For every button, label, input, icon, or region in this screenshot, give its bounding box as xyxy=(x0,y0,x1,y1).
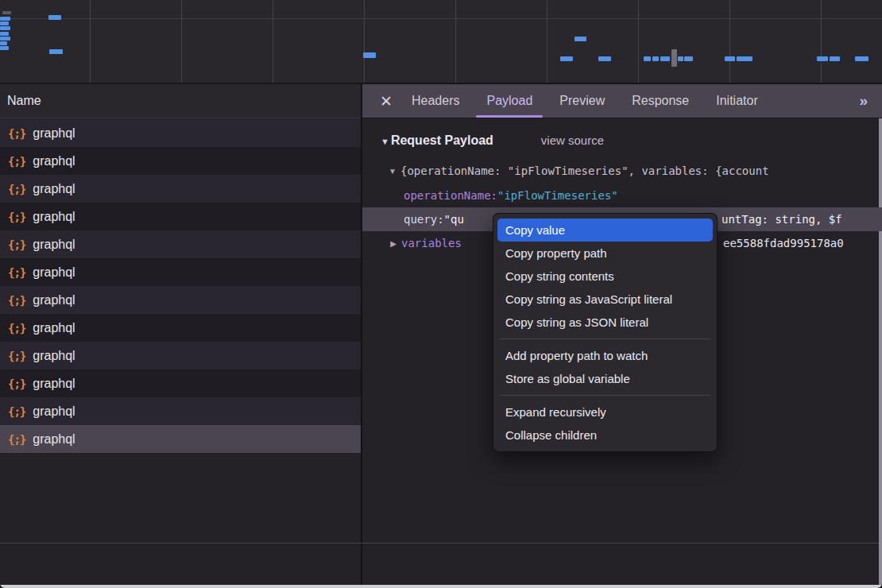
request-name: graphql xyxy=(33,349,75,363)
tab-payload[interactable]: Payload xyxy=(486,84,532,118)
menu-item-copy-string-contents[interactable]: Copy string contents xyxy=(493,265,717,288)
overview-gridline xyxy=(547,0,547,83)
json-file-icon: {;} xyxy=(8,405,25,418)
request-row[interactable]: {;}graphql xyxy=(0,369,361,397)
network-overview-bar xyxy=(49,49,63,54)
json-file-icon: {;} xyxy=(8,377,25,390)
tab-initiator[interactable]: Initiator xyxy=(716,84,757,118)
menu-separator xyxy=(500,338,710,339)
property-key: operationName: xyxy=(404,189,497,202)
request-table-header[interactable]: Name xyxy=(0,84,361,118)
request-row[interactable]: {;}graphql xyxy=(0,147,361,175)
property-key: query: xyxy=(404,213,444,226)
view-source-link[interactable]: view source xyxy=(541,133,604,147)
network-overview-bar xyxy=(0,17,10,21)
json-file-icon: {;} xyxy=(8,183,25,195)
network-overview-bar xyxy=(737,56,752,61)
json-file-icon: {;} xyxy=(8,127,25,140)
network-overview-timeline[interactable] xyxy=(0,0,882,84)
menu-item-copy-property-path[interactable]: Copy property path xyxy=(493,242,717,265)
close-icon[interactable]: ✕ xyxy=(377,92,396,110)
request-name: graphql xyxy=(33,265,75,280)
network-overview-bar xyxy=(598,56,611,61)
network-overview-bar xyxy=(0,26,10,30)
request-row[interactable]: {;}graphql xyxy=(0,258,361,286)
menu-item-collapse-children[interactable]: Collapse children xyxy=(493,424,717,447)
request-name: graphql xyxy=(33,126,75,141)
menu-item-copy-value[interactable]: Copy value xyxy=(497,219,713,242)
network-overview-bar xyxy=(48,15,61,20)
request-row[interactable]: {;}graphql xyxy=(0,314,361,342)
overview-gridline xyxy=(638,0,639,83)
network-overview-bar xyxy=(644,56,651,61)
overview-gridline xyxy=(181,0,182,83)
payload-preview-text: {operationName: "ipFlowTimeseries", vari… xyxy=(400,164,769,177)
section-expanded-icon: ▼ xyxy=(381,137,389,146)
network-overview-bar xyxy=(855,56,868,61)
network-overview-bar xyxy=(671,49,677,67)
property-key: variables xyxy=(401,237,462,250)
request-name: graphql xyxy=(33,404,75,419)
request-name: graphql xyxy=(33,377,75,391)
request-row[interactable]: {;}graphql xyxy=(0,425,361,453)
overview-gridline xyxy=(273,0,273,83)
payload-root-row[interactable]: ▼ {operationName: "ipFlowTimeseries", va… xyxy=(362,159,882,183)
request-row[interactable]: {;}graphql xyxy=(0,175,361,203)
network-overview-bar xyxy=(0,21,9,25)
tab-preview[interactable]: Preview xyxy=(559,84,605,118)
network-overview-bar xyxy=(678,56,683,61)
name-column-header: Name xyxy=(7,94,41,108)
request-name: graphql xyxy=(33,210,75,224)
menu-item-add-property-path-to-watch[interactable]: Add property path to watch xyxy=(493,344,717,367)
tab-headers[interactable]: Headers xyxy=(412,84,459,118)
network-overview-bar xyxy=(684,56,693,61)
window-bottom-edge xyxy=(0,585,882,588)
collapsed-triangle-icon[interactable]: ▶ xyxy=(385,239,401,248)
network-overview-bar xyxy=(0,37,10,41)
request-list: {;}graphql{;}graphql{;}graphql{;}graphql… xyxy=(0,119,361,453)
tab-response[interactable]: Response xyxy=(632,84,689,118)
request-name: graphql xyxy=(33,293,75,308)
json-file-icon: {;} xyxy=(8,211,25,223)
request-row[interactable]: {;}graphql xyxy=(0,397,361,425)
menu-item-copy-string-as-javascript-literal[interactable]: Copy string as JavaScript literal xyxy=(493,288,717,311)
network-overview-bar xyxy=(0,32,9,36)
network-overview-bar xyxy=(660,56,670,61)
json-file-icon: {;} xyxy=(8,294,25,307)
tabs: HeadersPayloadPreviewResponseInitiator xyxy=(412,84,785,118)
request-row[interactable]: {;}graphql xyxy=(0,119,361,147)
network-overview-bar xyxy=(652,56,659,61)
network-overview-bar xyxy=(363,52,376,58)
menu-item-expand-recursively[interactable]: Expand recursively xyxy=(493,400,717,424)
network-overview-bar xyxy=(817,56,828,61)
json-file-icon: {;} xyxy=(8,322,25,335)
overview-horizontal-gridline xyxy=(0,18,882,19)
network-overview-bar xyxy=(830,56,840,61)
devtools-network-panel: Name {;}graphql{;}graphql{;}graphql{;}gr… xyxy=(0,0,882,588)
json-file-icon: {;} xyxy=(8,350,25,362)
property-value-fragment: untTag: string, $f xyxy=(721,207,842,231)
request-name: graphql xyxy=(33,432,75,447)
request-row[interactable]: {;}graphql xyxy=(0,342,361,369)
request-row[interactable]: {;}graphql xyxy=(0,230,361,258)
operation-name-row[interactable]: operationName: "ipFlowTimeseries" xyxy=(362,184,882,207)
request-name: graphql xyxy=(33,154,75,168)
request-name: graphql xyxy=(33,321,75,335)
json-file-icon: {;} xyxy=(8,266,25,279)
context-menu: Copy valueCopy property pathCopy string … xyxy=(493,213,718,452)
section-title: Request Payload xyxy=(391,133,493,148)
request-name: graphql xyxy=(33,182,75,196)
request-payload-section-header[interactable]: ▼ Request Payload view source xyxy=(381,133,604,148)
network-overview-bar xyxy=(725,56,735,61)
network-overview-bar xyxy=(560,56,573,61)
expanded-triangle-icon[interactable]: ▼ xyxy=(385,167,400,176)
network-overview-bar xyxy=(0,41,7,45)
request-row[interactable]: {;}graphql xyxy=(0,286,361,314)
request-row[interactable]: {;}graphql xyxy=(0,203,361,230)
menu-item-store-as-global-variable[interactable]: Store as global variable xyxy=(493,367,717,390)
overview-gridline xyxy=(455,0,456,83)
more-tabs-icon[interactable]: » xyxy=(859,92,882,110)
menu-item-copy-string-as-json-literal[interactable]: Copy string as JSON literal xyxy=(493,311,717,334)
json-file-icon: {;} xyxy=(8,155,25,168)
detail-tab-bar: ✕ HeadersPayloadPreviewResponseInitiator… xyxy=(362,84,882,118)
